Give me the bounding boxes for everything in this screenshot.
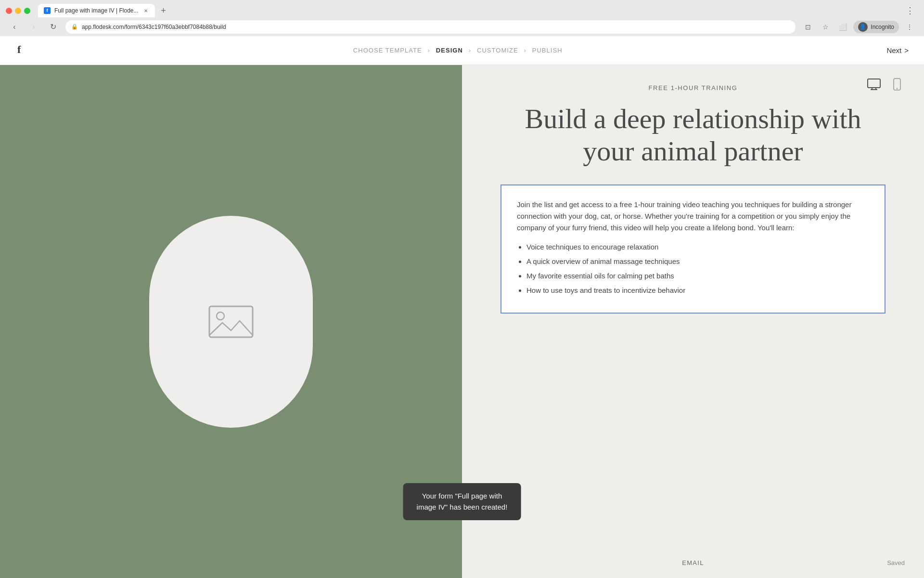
right-content-panel: FREE 1-HOUR TRAINING Build a deep relati… [462,65,924,578]
left-image-panel[interactable] [0,65,462,578]
incognito-button[interactable]: 👤 Incognito [853,21,899,33]
address-bar: ‹ › ↻ 🔒 app.flodesk.com/form/6343c197f60… [0,17,924,36]
close-window-button[interactable] [6,8,12,14]
tab-bar: f Full page with image IV | Flode... ✕ +… [0,0,924,17]
image-placeholder-icon [207,302,255,341]
new-tab-button[interactable]: + [157,4,170,17]
image-placeholder[interactable] [149,216,313,428]
url-field[interactable]: 🔒 app.flodesk.com/form/6343c197f60a3ebbf… [65,20,796,34]
flodesk-logo-icon: f [15,42,29,56]
breadcrumb-arrow-2: › [469,47,471,54]
toast-text: Your form "Full page with image IV" has … [417,492,508,511]
browser-chrome: f Full page with image IV | Flode... ✕ +… [0,0,924,36]
next-arrow-icon: > [904,46,909,54]
bookmark-icon[interactable]: ☆ [819,20,832,34]
tab-favicon: f [44,7,51,14]
bullet-list: Voice techniques to encourage relaxation… [517,241,869,296]
next-label: Next [886,46,901,54]
content-description-box[interactable]: Join the list and get access to a free 1… [500,184,886,314]
list-item: A quick overview of animal massage techn… [526,256,869,267]
svg-rect-3 [868,79,880,88]
view-toggle [866,77,905,92]
svg-text:f: f [17,43,21,55]
mobile-icon [893,78,901,91]
desktop-view-button[interactable] [866,77,882,92]
tab-title: Full page with image IV | Flode... [54,7,139,14]
list-item: Voice techniques to encourage relaxation [526,241,869,253]
breadcrumb-arrow-1: › [428,47,430,54]
incognito-icon: 👤 [858,22,868,32]
incognito-label: Incognito [871,24,894,30]
next-button[interactable]: Next > [886,46,909,54]
saved-status: Saved [887,559,905,566]
more-options-icon[interactable]: ⋮ [903,20,916,34]
minimize-window-button[interactable] [15,8,21,14]
svg-point-2 [217,312,224,320]
tagline-text: FREE 1-HOUR TRAINING [500,84,886,92]
tab-close-button[interactable]: ✕ [142,7,149,14]
app-logo: f [15,42,29,59]
breadcrumb-arrow-3: › [524,47,526,54]
breadcrumb-choose-template[interactable]: CHOOSE TEMPLATE [353,47,422,54]
active-tab[interactable]: f Full page with image IV | Flode... ✕ [38,4,155,17]
app-header: f CHOOSE TEMPLATE › DESIGN › CUSTOMIZE ›… [0,36,924,65]
toast-notification: Your form "Full page with image IV" has … [403,483,521,520]
maximize-window-button[interactable] [24,8,30,14]
breadcrumb-design[interactable]: DESIGN [436,47,463,54]
mobile-view-button[interactable] [889,77,905,92]
profile-icon[interactable]: ⬜ [836,20,849,34]
cast-icon[interactable]: ⊡ [801,20,815,34]
breadcrumb-customize[interactable]: CUSTOMIZE [477,47,518,54]
reload-button[interactable]: ↻ [46,20,60,34]
email-field-label: EMAIL [682,559,704,566]
url-text: app.flodesk.com/form/6343c197f60a3ebbf70… [82,24,226,30]
lock-icon: 🔒 [71,24,78,30]
traffic-lights [6,8,30,14]
svg-rect-1 [209,306,253,337]
desktop-icon [867,79,881,90]
breadcrumb-publish[interactable]: PUBLISH [532,47,563,54]
main-heading: Build a deep relationship with your anim… [500,103,886,167]
forward-button[interactable]: › [27,20,40,34]
back-button[interactable]: ‹ [8,20,21,34]
breadcrumb-nav: CHOOSE TEMPLATE › DESIGN › CUSTOMIZE › P… [353,47,563,54]
content-paragraph: Join the list and get access to a free 1… [517,199,869,234]
browser-actions: ⊡ ☆ ⬜ 👤 Incognito ⋮ [801,20,916,34]
svg-point-8 [897,88,898,90]
list-item: My favorite essential oils for calming p… [526,270,869,282]
list-item: How to use toys and treats to incentiviz… [526,285,869,296]
browser-menu-icon[interactable]: ⋮ [906,5,918,16]
